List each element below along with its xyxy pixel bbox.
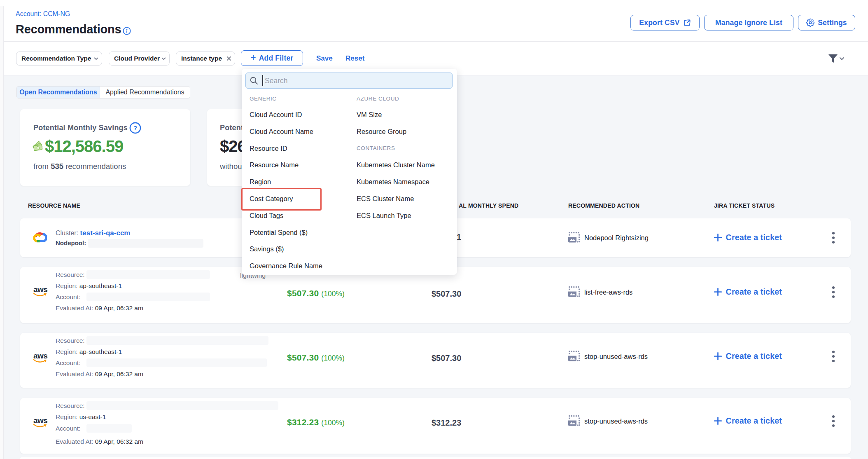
svg-text:?: ? — [133, 124, 137, 131]
